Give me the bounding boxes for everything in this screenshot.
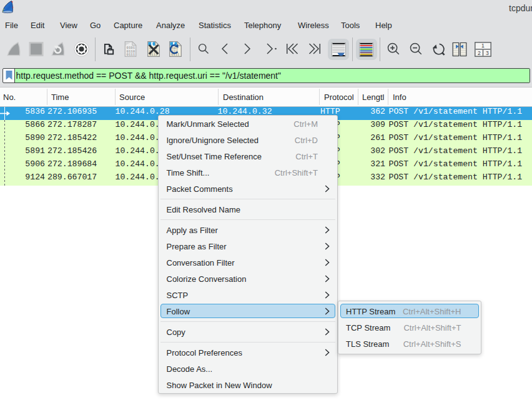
svg-text:0111: 0111: [127, 52, 135, 57]
svg-text:2: 2: [478, 50, 481, 56]
svg-text:3: 3: [486, 50, 489, 56]
svg-text:1: 1: [481, 42, 485, 49]
